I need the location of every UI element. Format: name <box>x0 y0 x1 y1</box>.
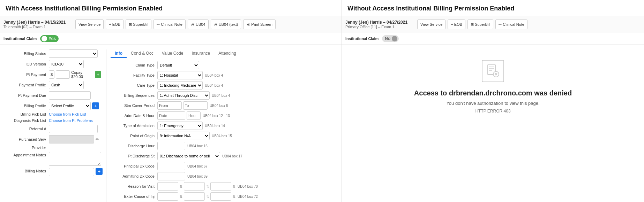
pt-discharge-select[interactable]: 01: Discharge to home or sell <box>157 152 220 160</box>
reason-dx-a-input[interactable] <box>157 182 178 191</box>
admitting-dx-input[interactable] <box>157 172 185 180</box>
principal-dx-ub: UB04 box 67 <box>187 164 208 168</box>
tab-cond-occ[interactable]: Cond & Occ <box>127 49 158 58</box>
purchased-serv-row: Purchased Serv ✏ <box>3 135 101 143</box>
ub04-text-button[interactable]: 🖨 UB04 (text) <box>211 20 241 29</box>
icd-version-row: ICD Version ICD-10 <box>3 60 101 68</box>
billing-profile-label: Billing Profile <box>3 104 49 108</box>
exter-dx-b-input[interactable] <box>184 192 205 201</box>
toggle-no-circle <box>392 36 397 41</box>
pt-payment-controls: $ 0 Copay: $20.00 + <box>49 70 101 79</box>
tab-insurance[interactable]: Insurance <box>188 49 215 58</box>
left-patient-info: Jenny (Jen) Harris – 04/15/2021 Teleheal… <box>3 20 73 29</box>
pt-payment-row: Pt Payment $ 0 Copay: $20.00 + <box>3 70 101 79</box>
right-superbill-button[interactable]: ⊟ SuperBill <box>467 20 493 29</box>
exter-cause-controls: ⇅ ⇅ ⇅ <box>157 192 235 201</box>
toggle-no[interactable]: No <box>382 35 399 42</box>
left-patient-sub: Telehealth [02] – Exam 1 <box>3 25 73 29</box>
right-patient-info: Jenny (Jen) Harris – 04/27/2021 Primary … <box>345 20 415 29</box>
point-of-origin-select[interactable]: 9: Information N/A <box>157 132 210 140</box>
right-panel-title: Without Access Institutional Billing Per… <box>342 0 644 16</box>
adm-hour-input[interactable] <box>187 111 201 120</box>
stm-to-input[interactable] <box>183 101 208 110</box>
type-admission-select[interactable]: 1: Emergency <box>157 122 203 130</box>
appointment-notes-label: Appointment Notes <box>3 153 49 157</box>
provider-row: Provider <box>3 146 101 150</box>
ub04-button[interactable]: 🖨 UB04 <box>188 20 209 29</box>
toggle-no-label: No <box>385 36 390 41</box>
referral-input[interactable] <box>49 125 98 133</box>
stm-cover-period-label: Stm Cover Period <box>112 103 157 108</box>
toggle-yes[interactable]: Yes <box>40 35 59 42</box>
right-eob-button[interactable]: + EOB <box>448 20 465 29</box>
discharge-hour-input[interactable] <box>157 142 185 150</box>
claim-type-select[interactable]: Default <box>157 61 199 69</box>
right-inner: Access to drbrendan.drchrono.com was den… <box>342 46 644 202</box>
icd-version-label: ICD Version <box>3 62 49 66</box>
print-screen-button[interactable]: 🖨 Print Screen <box>243 20 276 29</box>
eob-label: + EOB <box>109 22 120 26</box>
form-left: Billing Status ICD Version ICD-10 Pt Pay… <box>0 49 105 202</box>
point-of-origin-ub: UB04 box 15 <box>212 134 232 138</box>
care-type-select[interactable]: 1: Including Medicare <box>157 81 203 90</box>
billing-pick-list-label: Billing Pick List <box>3 112 49 116</box>
billing-profile-select[interactable]: Select Profile <box>49 102 91 110</box>
payment-profile-select[interactable]: Cash <box>49 81 84 89</box>
exter-dx-a-input[interactable] <box>157 192 178 201</box>
diagnosis-pick-list-link[interactable]: Choose from Pt Problems <box>49 118 93 123</box>
reason-dx-c-input[interactable] <box>210 182 231 191</box>
referral-row: Referral # <box>3 125 101 133</box>
right-clinical-note-button[interactable]: ✏ Clinical Note <box>495 20 527 29</box>
pt-payment-input[interactable]: 0 <box>56 70 70 79</box>
admitting-dx-row: Admitting Dx Code UB04 box 69 <box>112 172 337 180</box>
superbill-button[interactable]: ⊟ SuperBill <box>126 20 151 29</box>
payment-profile-label: Payment Profile <box>3 83 49 87</box>
referral-label: Referral # <box>3 127 49 131</box>
admitting-dx-ub: UB04 box 69 <box>187 174 208 178</box>
tab-attending[interactable]: Attending <box>214 49 240 58</box>
billing-status-select[interactable] <box>49 49 98 58</box>
right-clinical-note-label: ✏ Clinical Note <box>499 22 524 27</box>
reason-dx-b-input[interactable] <box>184 182 205 191</box>
billing-sequences-select[interactable]: 1: Admit Through Disc <box>157 91 210 100</box>
facility-type-ub: UB04 box 4 <box>205 73 223 77</box>
clinical-note-button[interactable]: ✏ Clinical Note <box>153 20 186 29</box>
billing-profile-add-button[interactable]: + <box>92 102 99 109</box>
billing-sequences-row: Billing Sequences 1: Admit Through Disc … <box>112 91 337 100</box>
appointment-notes-row: Appointment Notes <box>3 152 101 166</box>
right-institutional-claim-label: Institutional Claim <box>345 37 379 41</box>
edit-icon[interactable]: ✏ <box>96 137 99 142</box>
pt-payment-add-button[interactable]: + <box>95 71 101 78</box>
reason-visit-label: Reason for Visit <box>112 184 157 188</box>
purchased-serv-input[interactable] <box>49 135 94 143</box>
clinical-note-label: ✏ Clinical Note <box>157 22 182 27</box>
type-admission-ub: UB04 box 14 <box>205 124 225 128</box>
billing-notes-input[interactable] <box>49 168 94 176</box>
discharge-hour-row: Discharge Hour UB04 box 16 <box>112 142 337 150</box>
exter-cause-row: Exter Cause of Inj ⇅ ⇅ ⇅ UB04 box 72 <box>112 192 337 201</box>
pt-payment-due-label: Pt Payment Due <box>3 93 49 98</box>
stm-cover-period-row: Stm Cover Period From UB04 box 6 <box>112 101 337 110</box>
eob-button[interactable]: + EOB <box>106 20 123 29</box>
exter-dx-a-arrow: ⇅ <box>180 195 182 199</box>
principal-dx-row: Principal Dx Code UB04 box 67 <box>112 162 337 170</box>
billing-notes-add-button[interactable]: + <box>96 168 103 175</box>
adm-date-input[interactable] <box>157 111 185 120</box>
institutional-claim-label: Institutional Claim <box>3 37 37 41</box>
pt-payment-due-input[interactable] <box>49 91 91 100</box>
billing-pick-list-row: Billing Pick List Choose from Pick List <box>3 112 101 116</box>
tab-info[interactable]: Info <box>111 49 127 58</box>
principal-dx-input[interactable] <box>157 162 185 170</box>
purchased-serv-label: Purchased Serv <box>3 137 49 141</box>
exter-dx-c-input[interactable] <box>210 192 231 201</box>
icd-version-select[interactable]: ICD-10 <box>49 60 84 68</box>
facility-type-select[interactable]: 1: Hospital <box>157 71 203 79</box>
tab-value-code[interactable]: Value Code <box>158 49 188 58</box>
appointment-notes-textarea[interactable] <box>49 152 101 166</box>
right-view-service-button[interactable]: View Service <box>417 20 445 29</box>
stm-from-input[interactable] <box>157 101 182 110</box>
institutional-claim-row: Institutional Claim Yes <box>0 33 342 45</box>
view-service-button[interactable]: View Service <box>75 20 104 29</box>
billing-pick-list-link[interactable]: Choose from Pick List <box>49 112 86 116</box>
discharge-hour-ub: UB04 box 16 <box>187 144 208 148</box>
